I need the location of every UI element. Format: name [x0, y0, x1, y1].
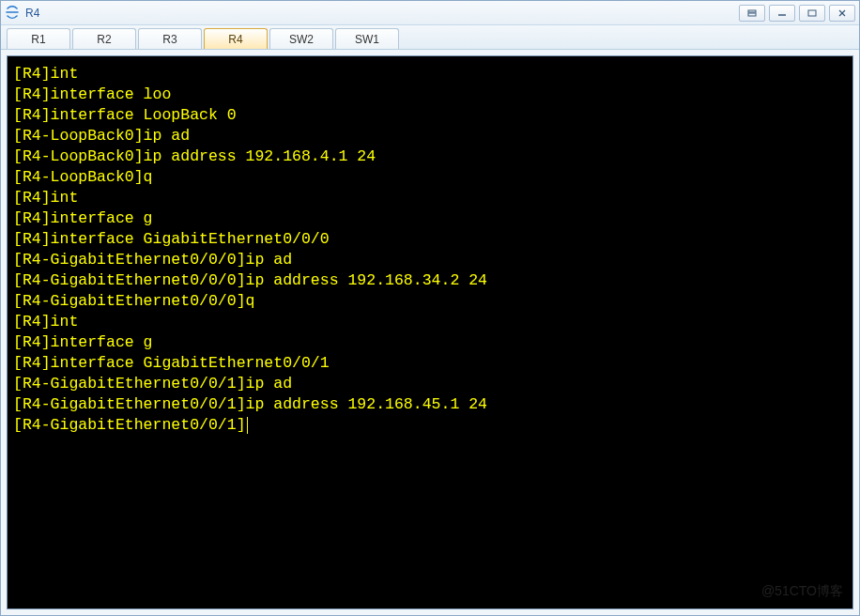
maximize-button[interactable] [799, 5, 825, 22]
tab-sw2[interactable]: SW2 [269, 28, 333, 49]
watermark: @51CTO博客 [761, 580, 843, 601]
terminal-cursor [247, 417, 248, 434]
window-controls [739, 5, 855, 22]
tab-sw1[interactable]: SW1 [335, 28, 399, 49]
terminal-line: [R4-GigabitEthernet0/0/0]ip ad [13, 250, 847, 270]
terminal-line: [R4-LoopBack0]q [13, 167, 847, 188]
terminal[interactable]: [R4]int[R4]interface loo[R4]interface Lo… [7, 55, 853, 609]
terminal-line: [R4]int [13, 312, 847, 332]
titlebar: R4 [1, 1, 859, 25]
terminal-line: [R4]interface GigabitEthernet0/0/1 [13, 353, 847, 374]
close-button[interactable] [829, 5, 855, 22]
terminal-line: [R4-GigabitEthernet0/0/1]ip ad [13, 374, 847, 394]
terminal-line: [R4-GigabitEthernet0/0/1] [13, 415, 847, 436]
terminal-line: [R4]interface g [13, 208, 847, 229]
terminal-line: [R4-GigabitEthernet0/0/1]ip address 192.… [13, 394, 847, 415]
terminal-line: [R4-LoopBack0]ip ad [13, 126, 847, 146]
terminal-line: [R4-GigabitEthernet0/0/0]q [13, 291, 847, 312]
terminal-line: [R4]interface loo [13, 85, 847, 105]
app-window: R4 R1 R2 R3 R4 SW2 SW1 [R4]int[R4]interf… [0, 0, 860, 616]
terminal-container: [R4]int[R4]interface loo[R4]interface Lo… [1, 50, 859, 615]
terminal-line: [R4]interface g [13, 332, 847, 353]
tab-r2[interactable]: R2 [72, 28, 136, 49]
tab-r4[interactable]: R4 [204, 28, 268, 49]
svg-rect-0 [748, 10, 756, 12]
tab-bar: R1 R2 R3 R4 SW2 SW1 [1, 25, 859, 50]
svg-rect-3 [808, 10, 816, 16]
svg-rect-1 [748, 13, 756, 16]
terminal-line: [R4]int [13, 188, 847, 208]
terminal-line: [R4-GigabitEthernet0/0/0]ip address 192.… [13, 270, 847, 291]
window-title: R4 [25, 7, 39, 20]
options-button[interactable] [739, 5, 765, 22]
terminal-line: [R4-LoopBack0]ip address 192.168.4.1 24 [13, 146, 847, 167]
tab-r3[interactable]: R3 [138, 28, 202, 49]
minimize-button[interactable] [769, 5, 795, 22]
app-icon [5, 6, 20, 21]
terminal-line: [R4]interface LoopBack 0 [13, 105, 847, 126]
terminal-line: [R4]interface GigabitEthernet0/0/0 [13, 229, 847, 250]
terminal-line: [R4]int [13, 64, 847, 85]
tab-r1[interactable]: R1 [7, 28, 70, 49]
